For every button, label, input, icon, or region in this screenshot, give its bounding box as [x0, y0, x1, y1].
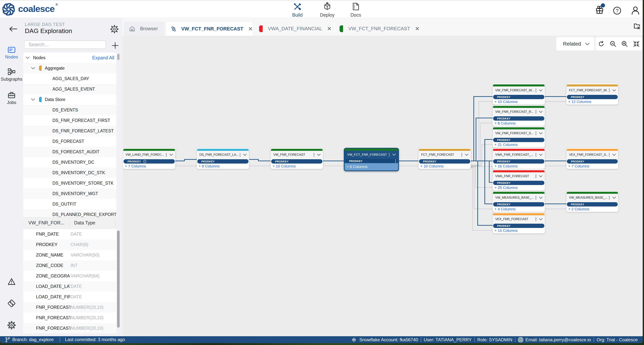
svg-text:?: ?	[616, 8, 618, 14]
